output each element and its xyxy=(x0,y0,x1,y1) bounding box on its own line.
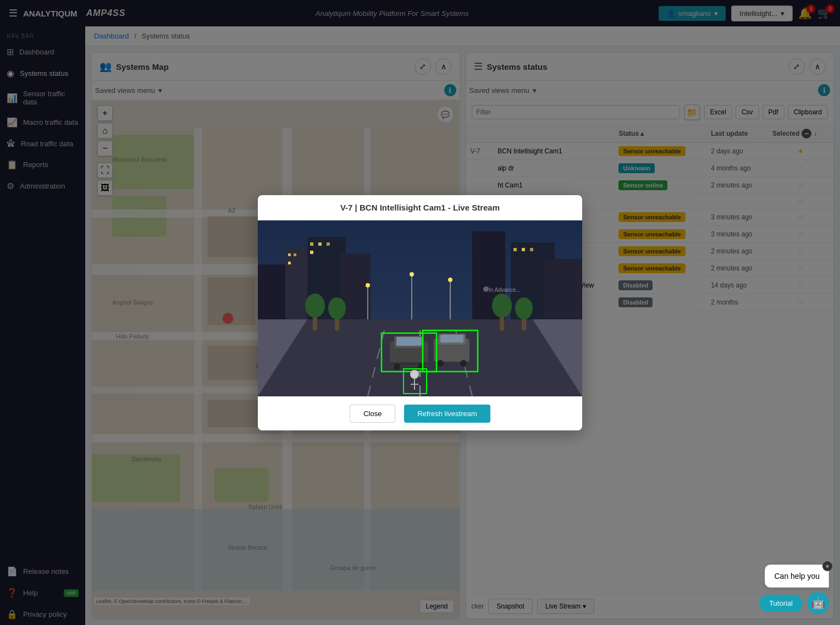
modal-close-button[interactable]: Close xyxy=(350,405,395,423)
svg-point-78 xyxy=(394,363,400,370)
svg-rect-46 xyxy=(288,262,291,264)
modal-header: V-7 | BCN Intellisight Cam1 - Live Strea… xyxy=(258,195,582,220)
svg-rect-82 xyxy=(440,335,463,342)
svg-point-57 xyxy=(410,272,414,276)
svg-point-87 xyxy=(410,370,419,379)
svg-rect-47 xyxy=(310,242,313,246)
svg-point-59 xyxy=(448,278,452,282)
chat-bubble-text: Can help you xyxy=(774,572,820,580)
modal: V-7 | BCN Intellisight Cam1 - Live Strea… xyxy=(258,195,582,430)
modal-overlay[interactable]: V-7 | BCN Intellisight Cam1 - Live Strea… xyxy=(0,0,840,625)
svg-rect-48 xyxy=(318,242,322,246)
tutorial-row: Tutorial 🤖 xyxy=(759,592,829,614)
svg-point-73 xyxy=(515,297,533,319)
livestream-svg: In Advance... xyxy=(258,220,582,396)
svg-point-71 xyxy=(492,294,512,318)
modal-footer: Close Refresh livestream xyxy=(258,396,582,430)
chat-close-icon: × xyxy=(826,563,829,569)
svg-rect-76 xyxy=(396,337,422,346)
chat-widget: Can help you × Tutorial 🤖 xyxy=(759,565,829,614)
chat-bubble: Can help you xyxy=(765,565,829,588)
svg-rect-51 xyxy=(513,248,517,251)
tutorial-button[interactable]: Tutorial xyxy=(759,595,803,612)
svg-point-67 xyxy=(305,294,325,318)
svg-rect-49 xyxy=(327,242,330,246)
chat-avatar-icon: 🤖 xyxy=(811,596,825,610)
svg-point-92 xyxy=(483,286,489,292)
svg-rect-44 xyxy=(288,253,291,256)
svg-rect-52 xyxy=(522,248,525,251)
chat-close-button[interactable]: × xyxy=(822,561,832,571)
svg-point-69 xyxy=(328,297,346,319)
svg-rect-45 xyxy=(294,253,296,256)
svg-point-55 xyxy=(366,283,370,287)
svg-text:In Advance...: In Advance... xyxy=(489,287,521,293)
svg-point-84 xyxy=(460,360,467,367)
modal-body: In Advance... xyxy=(258,220,582,396)
modal-refresh-button[interactable]: Refresh livestream xyxy=(404,405,490,423)
modal-title: V-7 | BCN Intellisight Cam1 - Live Strea… xyxy=(340,203,500,212)
chat-bubble-wrap: Can help you × xyxy=(765,565,829,588)
svg-rect-50 xyxy=(310,251,313,254)
tutorial-label: Tutorial xyxy=(769,599,793,607)
livestream-image: In Advance... xyxy=(258,220,582,396)
chat-avatar[interactable]: 🤖 xyxy=(807,592,829,614)
svg-point-83 xyxy=(437,360,444,367)
svg-rect-53 xyxy=(530,248,533,251)
